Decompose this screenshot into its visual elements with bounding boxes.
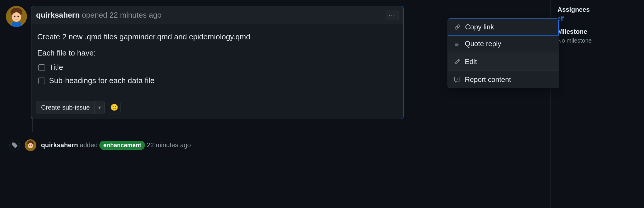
- pencil-icon: [453, 58, 461, 66]
- svg-point-9: [29, 145, 30, 146]
- sidebar-assignees-value[interactable]: elf: [557, 15, 637, 22]
- checklist: Title Sub-headings for each data file: [38, 63, 397, 85]
- svg-point-2: [12, 12, 21, 22]
- issue-box-header: quirksahern opened 22 minutes ago ···: [31, 6, 403, 24]
- context-dropdown-menu: Copy link Quote reply Edit Report conten…: [448, 18, 559, 88]
- sidebar-milestone-section: Milestone No milestone: [557, 28, 637, 44]
- issue-author-username: quirksahern: [36, 11, 80, 19]
- sidebar-assignees-title: Assignees: [557, 6, 637, 14]
- checklist-item: Title: [38, 63, 397, 72]
- create-sub-issue-dropdown-arrow[interactable]: ▾: [95, 102, 104, 113]
- svg-point-3: [14, 16, 16, 17]
- dropdown-item-quote-reply[interactable]: Quote reply: [448, 36, 559, 52]
- issue-box: quirksahern opened 22 minutes ago ··· Cr…: [31, 6, 404, 119]
- svg-point-10: [31, 145, 32, 146]
- create-sub-issue-label: Create sub-issue: [36, 101, 95, 114]
- issue-box-body: Create 2 new .qmd files gapminder.qmd an…: [31, 24, 403, 98]
- activity-time-value: 22 minutes ago: [147, 141, 191, 149]
- sidebar-milestone-title: Milestone: [557, 28, 637, 36]
- svg-point-4: [18, 16, 19, 17]
- checklist-label-title: Title: [49, 63, 63, 72]
- activity-username: quirksahern: [41, 141, 78, 149]
- issue-sub-heading: Each file to have:: [37, 48, 397, 58]
- svg-rect-5: [12, 22, 21, 27]
- sidebar: Assignees elf Milestone No milestone: [550, 0, 644, 208]
- three-dots-button[interactable]: ···: [386, 10, 399, 20]
- enhancement-badge: enhancement: [99, 141, 145, 150]
- checklist-checkbox-title[interactable]: [38, 64, 45, 71]
- vertical-connector-line: [32, 118, 33, 132]
- dropdown-item-edit[interactable]: Edit: [448, 53, 559, 70]
- edit-label: Edit: [465, 58, 477, 66]
- emoji-reaction-button[interactable]: 🙂: [108, 102, 121, 113]
- checklist-checkbox-subheadings[interactable]: [38, 78, 45, 84]
- checklist-item: Sub-headings for each data file: [38, 76, 397, 85]
- dropdown-item-report-content[interactable]: Report content: [448, 71, 559, 88]
- quote-reply-label: Quote reply: [465, 40, 501, 48]
- link-icon: [453, 23, 462, 31]
- quote-icon: [453, 40, 461, 48]
- dropdown-divider: [448, 53, 559, 53]
- dropdown-item-copy-link[interactable]: Copy link: [448, 19, 559, 36]
- report-content-label: Report content: [465, 76, 511, 84]
- activity-text: quirksahern added enhancement 22 minutes…: [41, 141, 191, 150]
- activity-action: added: [80, 141, 99, 149]
- issue-action: opened 22 minutes ago: [82, 11, 162, 19]
- activity-row: quirksahern added enhancement 22 minutes…: [6, 139, 550, 151]
- report-icon: [453, 76, 461, 84]
- issue-box-footer: Create sub-issue ▾ 🙂: [31, 98, 403, 119]
- svg-point-8: [28, 143, 33, 148]
- copy-link-label: Copy link: [465, 23, 494, 31]
- create-sub-issue-button[interactable]: Create sub-issue ▾: [36, 101, 105, 114]
- checklist-label-subheadings: Sub-headings for each data file: [49, 76, 155, 85]
- sidebar-milestone-value: No milestone: [557, 37, 637, 44]
- activity-tag-icon: [9, 140, 20, 150]
- sidebar-assignees-section: Assignees elf: [557, 6, 637, 22]
- issue-description: Create 2 new .qmd files gapminder.qmd an…: [37, 31, 397, 43]
- activity-user-avatar: [25, 139, 36, 151]
- dropdown-divider-2: [448, 71, 559, 71]
- issue-author-line: quirksahern opened 22 minutes ago: [36, 11, 162, 20]
- avatar: [6, 6, 27, 27]
